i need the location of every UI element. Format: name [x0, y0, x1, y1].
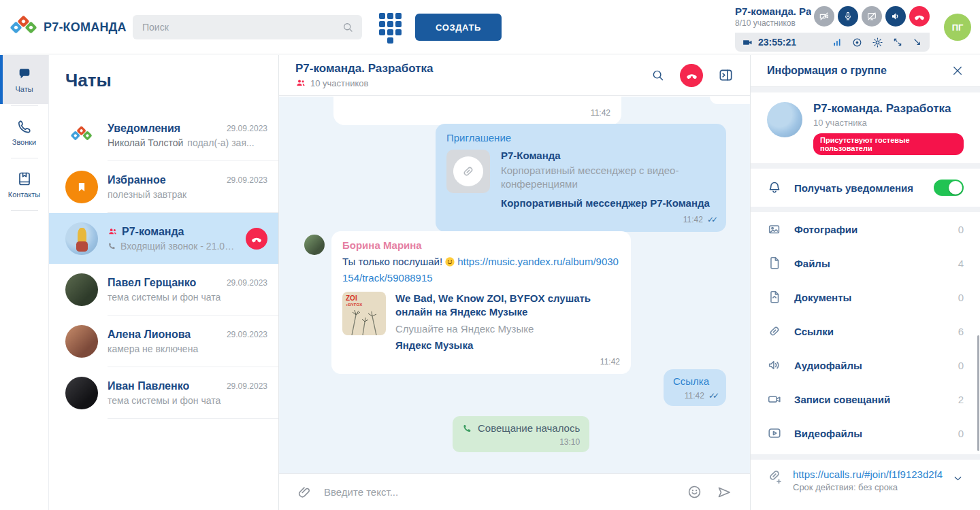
section-meeting-recordings[interactable]: Записи совещаний 2	[751, 382, 980, 416]
hang-up-button[interactable]	[909, 6, 930, 27]
send-message-icon[interactable]	[716, 484, 732, 500]
dialpad-icon[interactable]	[376, 13, 404, 41]
contact-avatar	[65, 325, 98, 358]
chat-header: Р7-команда. Разработка 10 участников	[279, 55, 750, 96]
chat-bubble-icon	[19, 69, 29, 78]
screen-share-off-button[interactable]	[862, 6, 882, 27]
chat-preview: Входящий звонок - 21.06.24...	[108, 241, 236, 252]
user-avatar[interactable]: ПГ	[944, 14, 971, 41]
section-audio-files[interactable]: Аудиофайлы 0	[751, 348, 980, 382]
link-preview-title[interactable]: We Bad, We Know ZOI, BYFOX слушать онлай…	[395, 292, 620, 320]
join-link[interactable]: https://ucalls.ru/#join/f1f9123d2f46...	[793, 469, 943, 480]
toggle-side-panel-icon[interactable]	[718, 67, 734, 83]
attach-paperclip-icon[interactable]	[297, 485, 312, 500]
contacts-book-icon	[16, 171, 33, 187]
info-panel-title: Информация о группе	[767, 65, 951, 77]
section-count: 2	[958, 394, 964, 405]
chat-date: 29.09.2023	[227, 175, 267, 185]
chat-date: 29.09.2023	[227, 381, 267, 391]
sender-name[interactable]: Борина Марина	[342, 239, 620, 251]
section-documents[interactable]: Документы 0	[751, 280, 980, 314]
sidebar-item-chats[interactable]: Чаты	[0, 55, 48, 104]
create-button[interactable]: СОЗДАТЬ	[415, 14, 502, 41]
notifications-avatar	[65, 119, 98, 152]
section-files[interactable]: Файлы 4	[751, 246, 980, 280]
chat-title: Р7-команда. Разработка	[295, 62, 433, 75]
music-message-bubble: Борина Марина Ты только послушай!https:/…	[331, 231, 631, 374]
section-count: 0	[958, 292, 964, 303]
link-message-bubble: Ссылка 11:42✓✓	[664, 369, 726, 406]
chat-area: Р7-команда. Разработка 10 участников	[279, 55, 750, 510]
active-call-widget: Р7-команда. Разр... 8/10 участников	[735, 0, 930, 52]
top-bar: Р7-КОМАНДА СОЗДАТЬ Р7-команда. Разр... 8…	[0, 0, 980, 54]
document-icon	[767, 290, 782, 305]
chat-list-item-ivan[interactable]: Иван Павленко29.09.2023 тема системы и ф…	[49, 367, 278, 418]
section-label: Ссылки	[794, 326, 946, 337]
emoji-picker-icon[interactable]	[687, 484, 702, 500]
message-time: 13:10	[559, 437, 580, 447]
sidebar-item-contacts[interactable]: Контакты	[0, 160, 48, 209]
chat-name: Иван Павленко	[108, 380, 189, 392]
link-message-text[interactable]: Ссылка	[673, 375, 717, 387]
chat-list-item-favorites[interactable]: Избранное29.09.2023 полезный завтрак	[49, 161, 278, 212]
bell-icon	[767, 180, 782, 195]
chat-date: 29.09.2023	[227, 124, 267, 133]
sidebar-item-calls[interactable]: Звонки	[0, 107, 48, 156]
app-window: Р7-КОМАНДА СОЗДАТЬ Р7-команда. Разр... 8…	[0, 0, 980, 510]
video-camera-icon	[742, 37, 753, 48]
smile-emoji-icon	[444, 256, 455, 271]
chat-list-item-pavel[interactable]: Павел Герщанко29.09.2023 тема системы и …	[49, 264, 278, 315]
nav-rail: Чаты Звонки Контакты	[0, 55, 49, 510]
call-timer: 23:55:21	[758, 37, 796, 48]
chat-preview: тема системы и фон чата	[108, 395, 267, 406]
call-settings-gear-icon[interactable]	[872, 37, 883, 48]
global-search	[133, 15, 362, 39]
section-photos[interactable]: Фотографии 0	[751, 212, 980, 246]
meeting-started-bubble: Совещание началось 13:10	[453, 416, 589, 452]
message-scroll-area[interactable]: 11:42 Приглашение Р7-Команда Корпоративн…	[279, 97, 750, 473]
search-input[interactable]	[141, 21, 342, 33]
record-icon[interactable]	[851, 37, 863, 48]
search-icon	[342, 21, 354, 33]
group-summary: Р7-команда. Разработка 10 участника Прис…	[751, 92, 980, 163]
collapse-call-icon[interactable]	[912, 37, 923, 48]
message-time: 11:42	[685, 391, 704, 401]
chat-list-item-r7-team[interactable]: Р7-команда Входящий звонок - 21.06.24...	[49, 213, 278, 264]
invite-footer-link[interactable]: Корпоративный мессенджер Р7-Команда	[501, 197, 715, 209]
chat-date: 29.09.2023	[227, 278, 267, 288]
link-icon	[767, 324, 782, 339]
chat-hang-up-button[interactable]	[680, 64, 703, 87]
chat-search-icon[interactable]	[651, 68, 665, 82]
message-time: 11:42	[591, 108, 610, 118]
message-input[interactable]	[323, 486, 676, 498]
call-title: Р7-команда. Разр...	[735, 5, 811, 17]
speaker-button[interactable]	[885, 6, 906, 27]
notifications-toggle[interactable]	[934, 180, 964, 196]
chat-date: 29.09.2023	[227, 330, 267, 339]
phone-icon	[462, 423, 472, 433]
read-receipt-icon: ✓✓	[707, 215, 715, 224]
section-label: Фотографии	[794, 224, 946, 235]
hang-up-chat-button[interactable]	[246, 228, 267, 250]
link-preview-source[interactable]: Яндекс Музыка	[395, 339, 620, 351]
microphone-button[interactable]	[838, 6, 858, 27]
chevron-down-icon[interactable]	[952, 473, 964, 484]
section-links[interactable]: Ссылки 6	[751, 314, 980, 348]
chat-preview: полезный завтрак	[108, 189, 267, 200]
section-label: Файлы	[794, 258, 946, 269]
camera-off-button[interactable]	[814, 6, 834, 27]
audio-icon	[767, 358, 782, 373]
section-count: 0	[958, 360, 964, 371]
close-icon[interactable]	[951, 65, 964, 77]
expand-call-icon[interactable]	[892, 37, 903, 48]
panel-scrollbar[interactable]	[977, 335, 979, 451]
invite-link[interactable]: Приглашение	[446, 132, 511, 143]
meeting-status-text: Совещание началось	[478, 422, 580, 434]
section-video-files[interactable]: Видеофайлы 0	[751, 416, 980, 450]
chat-name: Р7-команда	[122, 226, 184, 238]
guest-users-badge: Присутствуют гостевые пользователи	[813, 133, 964, 155]
contact-avatar	[65, 273, 98, 306]
invite-description: Корпоративный мессенджер с видео-конфере…	[501, 164, 715, 192]
chat-list-item-notifications[interactable]: Уведомления29.09.2023 Николай Толстой по…	[49, 109, 278, 160]
chat-list-item-alena[interactable]: Алена Лионова29.09.2023 камера не включе…	[49, 316, 278, 367]
